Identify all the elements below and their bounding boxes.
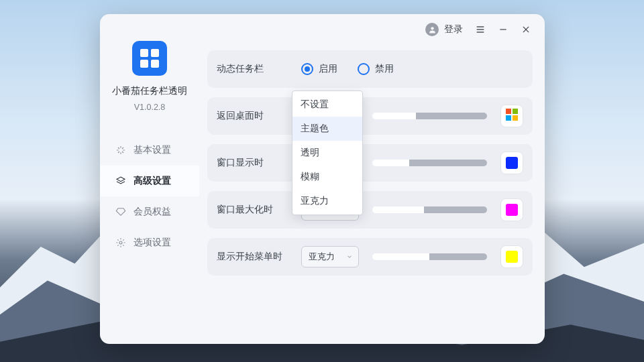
svg-rect-9	[140, 60, 148, 68]
row-window-show: 窗口显示时 主题色	[207, 144, 533, 182]
dropdown-option[interactable]: 模糊	[292, 165, 362, 189]
row-label: 显示开始菜单时	[217, 251, 292, 263]
row-label: 窗口最大化时	[217, 204, 292, 216]
color-chip	[506, 157, 518, 169]
radio-icon	[301, 63, 313, 75]
dropdown-option[interactable]: 主题色	[292, 117, 362, 141]
svg-rect-8	[151, 49, 159, 57]
row-maximize: 窗口最大化时 模糊	[207, 191, 533, 229]
dropdown-option[interactable]: 透明	[292, 141, 362, 165]
svg-rect-14	[506, 115, 511, 121]
app-version: V1.0.2.8	[134, 103, 166, 112]
app-logo	[132, 41, 167, 76]
opacity-slider[interactable]	[372, 160, 487, 166]
sidebar-item-vip[interactable]: 会员权益	[100, 196, 199, 227]
sidebar-item-label: 基本设置	[133, 144, 171, 156]
mode-dropdown: 不设置 主题色 透明 模糊 亚克力	[292, 90, 363, 215]
ms-quad-icon	[506, 109, 518, 123]
sidebar-item-label: 高级设置	[133, 175, 171, 187]
opacity-slider[interactable]	[372, 206, 487, 213]
layers-icon	[115, 175, 127, 187]
row-start-menu: 显示开始菜单时 亚克力	[207, 238, 533, 276]
diamond-icon	[115, 206, 127, 218]
radio-group: 启用 禁用	[301, 63, 394, 75]
app-window: 登录 小番茄任务栏透明 V1.0.2.8 基本设	[100, 14, 545, 344]
content-pane: 动态任务栏 启用 禁用 返回桌面时 主题色	[199, 14, 545, 344]
row-label: 返回桌面时	[217, 110, 292, 122]
dropdown-option[interactable]: 不设置	[292, 93, 362, 117]
color-swatch[interactable]	[500, 105, 523, 127]
radio-icon	[358, 63, 370, 75]
radio-disable[interactable]: 禁用	[358, 63, 394, 75]
svg-rect-7	[140, 49, 148, 57]
gear-icon	[115, 237, 127, 249]
sidebar-item-basic[interactable]: 基本设置	[100, 135, 199, 166]
color-chip	[506, 251, 518, 263]
row-label: 窗口显示时	[217, 157, 292, 169]
svg-rect-13	[513, 109, 518, 114]
row-return-desktop: 返回桌面时 主题色	[207, 97, 533, 135]
nav: 基本设置 高级设置 会员权益 选项设置	[100, 135, 199, 258]
sidebar-item-advanced[interactable]: 高级设置	[100, 166, 199, 196]
radio-label: 启用	[319, 63, 337, 75]
dropdown-option[interactable]: 亚克力	[292, 189, 362, 213]
color-swatch[interactable]	[500, 245, 523, 268]
app-name: 小番茄任务栏透明	[112, 85, 187, 97]
svg-rect-15	[513, 115, 518, 121]
sidebar-item-label: 会员权益	[133, 206, 171, 218]
radio-enable[interactable]: 启用	[301, 63, 337, 75]
svg-point-11	[119, 241, 122, 244]
color-swatch[interactable]	[500, 152, 523, 174]
color-chip	[506, 204, 518, 216]
sidebar: 小番茄任务栏透明 V1.0.2.8 基本设置 高级设置 会员权益	[100, 14, 199, 344]
svg-rect-10	[151, 60, 159, 68]
sparkle-icon	[115, 144, 127, 156]
sidebar-item-options[interactable]: 选项设置	[100, 227, 199, 258]
sidebar-item-label: 选项设置	[133, 237, 171, 249]
opacity-slider[interactable]	[372, 253, 487, 260]
row-label: 动态任务栏	[217, 63, 292, 75]
opacity-slider[interactable]	[372, 113, 487, 119]
select-value: 亚克力	[309, 251, 335, 263]
mode-select[interactable]: 亚克力	[301, 246, 359, 267]
row-dynamic-taskbar: 动态任务栏 启用 禁用	[207, 50, 533, 88]
chevron-down-icon	[346, 252, 353, 262]
color-swatch[interactable]	[500, 198, 523, 221]
radio-label: 禁用	[375, 63, 394, 75]
svg-rect-12	[506, 109, 511, 114]
